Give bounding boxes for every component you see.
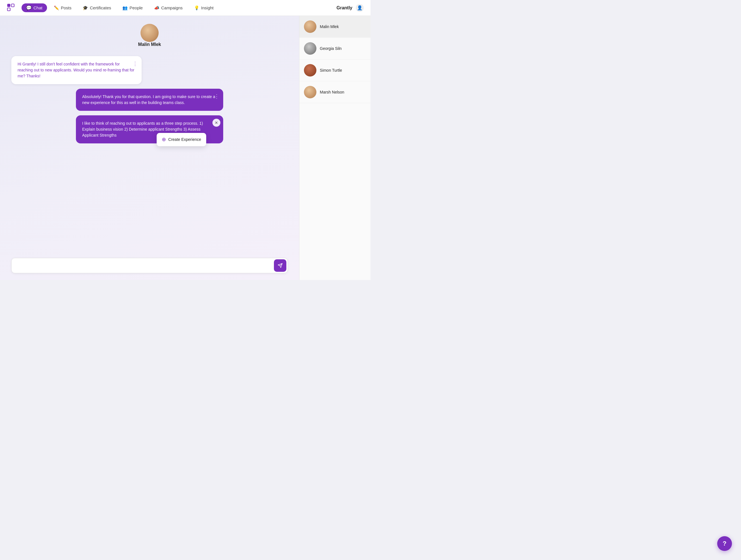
brand-section: Grantly 👤: [337, 4, 364, 12]
brand-name: Grantly: [337, 5, 352, 10]
message-more-icon[interactable]: ✕: [212, 119, 220, 127]
message-text: Hi Grantly! I still don't feel confident…: [17, 62, 134, 78]
contact-item-georgia[interactable]: Georgia Siln: [299, 38, 370, 60]
logo: [7, 3, 15, 12]
send-button[interactable]: [274, 259, 286, 272]
input-area: [0, 253, 299, 280]
contact-item-simon[interactable]: Simon Turtle: [299, 60, 370, 81]
contact-avatar-malin: [304, 20, 316, 33]
message-menu-icon[interactable]: ⋮: [133, 60, 138, 68]
contact-name-marsh: Marsh Nelson: [320, 90, 344, 95]
contact-item-marsh[interactable]: Marsh Nelson: [299, 81, 370, 103]
contact-name-georgia: Georgia Siln: [320, 46, 342, 51]
nav-certificates[interactable]: Certificates: [78, 4, 116, 12]
nav-chat[interactable]: Chat: [21, 3, 47, 12]
chat-input[interactable]: [12, 258, 273, 273]
message-sent-1: Absolutely! Thank you for that question.…: [76, 89, 223, 111]
chat-area: Malin Mlek Hi Grantly! I still don't fee…: [0, 16, 299, 280]
message-text: Absolutely! Thank you for that question.…: [82, 95, 215, 105]
active-contact-name: Malin Mlek: [138, 42, 161, 47]
nav-campaigns[interactable]: Campaigns: [149, 4, 187, 12]
active-contact-avatar: [140, 24, 159, 42]
navbar: Chat Posts Certificates People Campaigns…: [0, 0, 370, 16]
posts-icon: [54, 5, 59, 10]
message-sent-2: I like to think of reaching out to appli…: [76, 115, 223, 143]
people-icon: [122, 5, 128, 10]
certificates-icon: [83, 5, 88, 10]
message-received-1: Hi Grantly! I still don't feel confident…: [11, 56, 142, 84]
message-menu-icon[interactable]: ⋮: [214, 93, 219, 100]
input-wrapper: [11, 258, 288, 273]
context-menu-popup: ⊕ Create Experience: [157, 133, 206, 146]
nav-insight[interactable]: Insight: [190, 4, 218, 12]
create-experience-label[interactable]: Create Experience: [168, 137, 201, 142]
contact-name-simon: Simon Turtle: [320, 68, 342, 72]
create-experience-icon: ⊕: [162, 136, 166, 143]
user-avatar-icon[interactable]: 👤: [356, 4, 364, 12]
svg-rect-2: [11, 4, 14, 7]
contact-item-malin[interactable]: Malin Mlek: [299, 16, 370, 38]
main-layout: Malin Mlek Hi Grantly! I still don't fee…: [0, 16, 370, 280]
campaigns-icon: [154, 5, 159, 10]
chat-icon: [26, 5, 32, 10]
contacts-sidebar: Malin Mlek Georgia Siln Simon Turtle Mar…: [299, 16, 370, 280]
messages-container: Hi Grantly! I still don't feel confident…: [0, 52, 299, 253]
contact-avatar-marsh: [304, 86, 316, 98]
nav-posts[interactable]: Posts: [49, 4, 76, 12]
svg-rect-1: [7, 8, 10, 11]
chat-header: Malin Mlek: [0, 16, 299, 52]
contact-name-malin: Malin Mlek: [320, 24, 339, 29]
svg-rect-0: [7, 4, 10, 7]
contact-avatar-georgia: [304, 42, 316, 55]
insight-icon: [194, 5, 199, 10]
contact-avatar-simon: [304, 64, 316, 76]
nav-people[interactable]: People: [118, 4, 147, 12]
